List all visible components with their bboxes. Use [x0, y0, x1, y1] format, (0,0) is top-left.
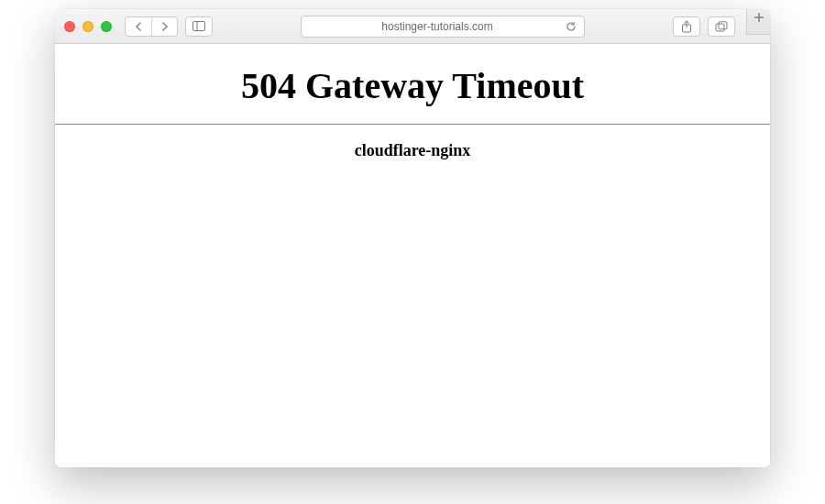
tabs-icon: [715, 21, 728, 32]
share-icon: [681, 20, 692, 33]
server-identifier-text: cloudflare-nginx: [55, 141, 770, 160]
sidebar-icon: [192, 21, 205, 31]
minimize-window-button[interactable]: [82, 21, 94, 32]
chevron-right-icon: [161, 22, 169, 31]
nav-back-forward-group: [125, 16, 178, 37]
tabs-overview-button[interactable]: [708, 16, 735, 37]
toolbar-right-group: [673, 16, 735, 37]
back-button[interactable]: [126, 17, 151, 36]
window-controls: [64, 21, 112, 32]
address-bar[interactable]: hostinger-tutorials.com: [301, 16, 585, 38]
horizontal-rule: [55, 124, 770, 125]
fullscreen-window-button[interactable]: [101, 21, 112, 32]
forward-button[interactable]: [151, 17, 177, 36]
svg-rect-5: [719, 21, 727, 28]
chevron-left-icon: [135, 22, 142, 31]
new-tab-button[interactable]: [746, 9, 770, 35]
reload-icon[interactable]: [566, 21, 577, 32]
share-button[interactable]: [673, 16, 700, 37]
address-bar-container: hostinger-tutorials.com: [220, 16, 666, 38]
plus-icon: [754, 12, 764, 23]
address-bar-text: hostinger-tutorials.com: [309, 20, 566, 33]
window-titlebar: hostinger-tutorials.com: [55, 9, 770, 44]
error-title: 504 Gateway Timeout: [55, 64, 770, 107]
browser-window: hostinger-tutorials.com: [55, 9, 770, 467]
svg-rect-0: [193, 22, 205, 31]
page-viewport[interactable]: 504 Gateway Timeout cloudflare-nginx: [55, 44, 770, 467]
svg-rect-4: [716, 24, 724, 31]
close-window-button[interactable]: [64, 21, 75, 32]
sidebar-toggle-button[interactable]: [185, 16, 213, 37]
